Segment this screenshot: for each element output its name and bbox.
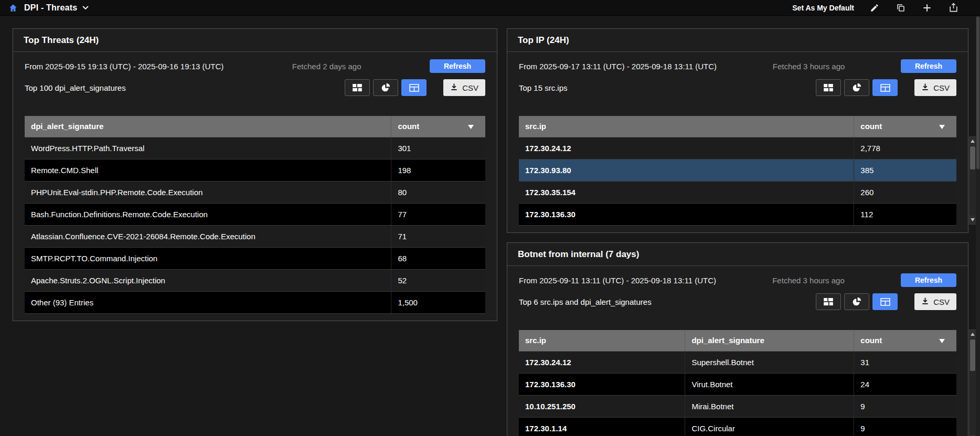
panel-tools-row: Top 6 src.ips and dpi_alert_signatures C… — [519, 291, 956, 312]
fetched-label: Fetched 3 hours ago — [773, 62, 845, 71]
topbar: DPI - Threats Set As My Default — [0, 0, 980, 16]
column-header-srcip[interactable]: src.ip — [519, 330, 685, 351]
refresh-button[interactable]: Refresh — [901, 59, 956, 73]
card-view-button[interactable] — [816, 79, 841, 96]
panel-info-row: From 2025-09-17 13:11 (UTC) - 2025-09-18… — [519, 58, 956, 74]
panel-title: Top Threats (24H) — [13, 29, 497, 52]
panel-botnet-internal: Botnet from internal (7 days) From 2025-… — [507, 242, 968, 436]
topbar-actions: Set As My Default — [792, 2, 972, 14]
card-view-button[interactable] — [816, 293, 841, 310]
table-view-button[interactable] — [872, 79, 898, 96]
signature-cell: Apache.Struts.2.OGNL.Script.Injection — [25, 269, 391, 291]
count-cell: 80 — [391, 181, 485, 203]
src-ip-cell: 172.30.136.30 — [519, 373, 685, 395]
table-row[interactable]: SMTP.RCPT.TO.Command.Injection68 — [25, 247, 485, 269]
table-view-button[interactable] — [401, 79, 427, 96]
table-row[interactable]: Other (93) Entries1,500 — [25, 291, 485, 313]
csv-label: CSV — [462, 83, 478, 92]
card-view-button[interactable] — [345, 79, 370, 96]
table-row-selected[interactable]: 172.30.93.80385 — [519, 159, 956, 181]
count-cell: 301 — [391, 137, 485, 159]
table-row[interactable]: 172.30.24.122,778 — [519, 137, 956, 159]
column-header-count[interactable]: count — [854, 116, 956, 137]
table-row[interactable]: 172.30.35.154260 — [519, 181, 956, 203]
table-row[interactable]: PHPUnit.Eval-stdin.PHP.Remote.Code.Execu… — [25, 181, 485, 203]
csv-label: CSV — [933, 297, 950, 306]
chevron-down-icon[interactable] — [82, 6, 89, 10]
table-row[interactable]: Bash.Function.Definitions.Remote.Code.Ex… — [25, 203, 485, 225]
botnet-table: src.ip dpi_alert_signature count 172.30.… — [519, 330, 956, 436]
table-row[interactable]: WordPress.HTTP.Path.Traversal301 — [25, 137, 485, 159]
scroll-down-button[interactable] — [970, 216, 976, 224]
signature-cell: Virut.Botnet — [685, 373, 854, 395]
table-row[interactable]: 172.30.24.12Supershell.Botnet31 — [519, 351, 956, 373]
column-header-srcip[interactable]: src.ip — [519, 116, 854, 137]
table-row[interactable]: 172.30.136.30Virut.Botnet24 — [519, 373, 956, 395]
top-ip-table: src.ip count 172.30.24.122,778 172.30.93… — [519, 116, 956, 226]
add-icon[interactable] — [921, 2, 933, 14]
signature-cell: PHPUnit.Eval-stdin.PHP.Remote.Code.Execu… — [25, 181, 391, 203]
table-row[interactable]: 10.10.251.250Mirai.Botnet9 — [519, 395, 956, 417]
count-cell: 52 — [391, 269, 485, 291]
csv-download-button[interactable]: CSV — [914, 293, 956, 310]
top-ip-table-scrollbar[interactable] — [969, 136, 976, 225]
fetched-label: Fetched 2 days ago — [292, 62, 361, 71]
src-ip-cell: 172.30.24.12 — [519, 137, 854, 159]
column-header-count[interactable]: count — [391, 116, 485, 137]
panel-title: Top IP (24H) — [507, 29, 968, 52]
csv-label: CSV — [933, 83, 950, 92]
botnet-table-scrollbar[interactable] — [969, 329, 976, 436]
column-header-count[interactable]: count — [854, 330, 956, 351]
date-range: From 2025-09-15 19:13 (UTC) - 2025-09-16… — [25, 62, 223, 71]
panel-top-threats: Top Threats (24H) From 2025-09-15 19:13 … — [13, 28, 497, 321]
export-icon[interactable] — [947, 2, 959, 14]
scroll-up-button[interactable] — [970, 330, 976, 338]
panel-title: Botnet from internal (7 days) — [507, 243, 968, 266]
pie-view-button[interactable] — [373, 79, 398, 96]
csv-download-button[interactable]: CSV — [914, 79, 956, 96]
scrollbar-track[interactable] — [970, 145, 976, 216]
scrollbar-thumb[interactable] — [976, 17, 979, 169]
date-range: From 2025-09-11 13:11 (UTC) - 2025-09-18… — [519, 276, 716, 285]
signature-cell: Remote.CMD.Shell — [25, 159, 391, 181]
table-row[interactable]: Apache.Struts.2.OGNL.Script.Injection52 — [25, 269, 485, 291]
csv-icon — [921, 297, 929, 306]
dashboard-title: DPI - Threats — [24, 3, 77, 13]
column-header-signature[interactable]: dpi_alert_signature — [685, 330, 854, 351]
table-row[interactable]: Atlassian.Confluence.CVE-2021-26084.Remo… — [25, 225, 485, 247]
panel-top-ip: Top IP (24H) From 2025-09-17 13:11 (UTC)… — [507, 28, 968, 233]
signature-cell: Bash.Function.Definitions.Remote.Code.Ex… — [25, 203, 391, 225]
sort-desc-icon[interactable] — [468, 122, 474, 131]
copy-icon[interactable] — [895, 2, 907, 14]
fetched-label: Fetched 3 hours ago — [772, 276, 845, 285]
count-cell: 77 — [391, 203, 485, 225]
set-as-default-button[interactable]: Set As My Default — [792, 4, 854, 12]
signature-cell: Mirai.Botnet — [685, 395, 854, 417]
count-cell: 9 — [854, 395, 956, 417]
csv-download-button[interactable]: CSV — [443, 79, 485, 96]
scrollbar-track[interactable] — [970, 338, 976, 435]
page-scrollbar[interactable] — [976, 16, 980, 436]
refresh-button[interactable]: Refresh — [901, 273, 956, 287]
scrollbar-thumb[interactable] — [970, 339, 975, 371]
count-cell: 198 — [391, 159, 485, 181]
count-cell: 9 — [854, 417, 956, 436]
top-threats-table: dpi_alert_signature count WordPress.HTTP… — [25, 116, 485, 314]
csv-icon — [921, 83, 929, 92]
scrollbar-thumb[interactable] — [970, 146, 975, 169]
sort-desc-icon[interactable] — [939, 336, 945, 345]
column-header-signature[interactable]: dpi_alert_signature — [25, 116, 391, 137]
sort-desc-icon[interactable] — [939, 122, 945, 131]
pie-view-button[interactable] — [844, 293, 869, 310]
table-row[interactable]: 172.30.1.14CIG.Circular9 — [519, 417, 956, 436]
scroll-up-button[interactable] — [970, 137, 976, 145]
edit-icon[interactable] — [869, 2, 880, 14]
refresh-button[interactable]: Refresh — [430, 59, 485, 73]
pie-view-button[interactable] — [844, 79, 869, 96]
table-row[interactable]: 172.30.136.30112 — [519, 203, 956, 225]
table-row[interactable]: Remote.CMD.Shell198 — [25, 159, 485, 181]
count-cell: 71 — [391, 225, 485, 247]
home-icon[interactable] — [8, 3, 18, 13]
table-view-button[interactable] — [872, 293, 898, 310]
count-cell: 112 — [854, 203, 956, 225]
